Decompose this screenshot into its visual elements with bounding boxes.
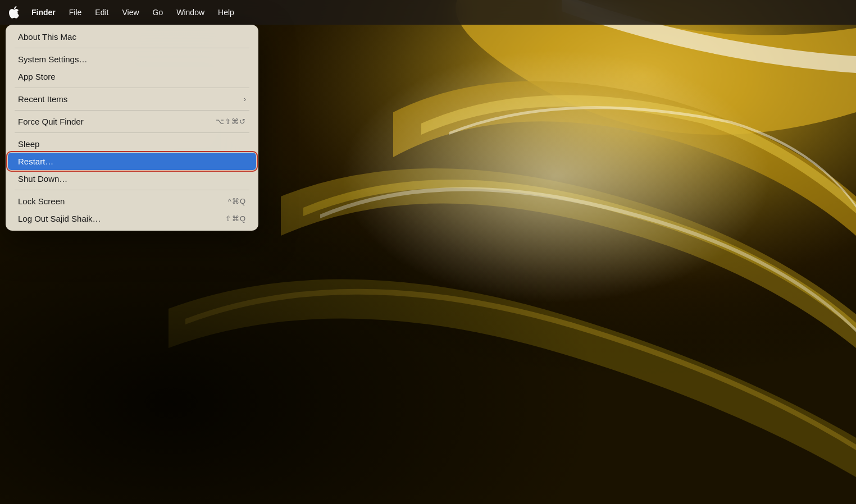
menu-item-restart-label: Restart… — [18, 157, 53, 166]
lock-screen-shortcut: ^⌘Q — [228, 197, 246, 205]
menu-item-recent-items-label: Recent Items — [18, 94, 67, 104]
menu-item-lock-screen[interactable]: Lock Screen ^⌘Q — [8, 193, 256, 210]
menu-item-shut-down-label: Shut Down… — [18, 174, 67, 184]
menu-item-sleep-label: Sleep — [18, 139, 39, 149]
menu-item-restart[interactable]: Restart… — [8, 153, 256, 170]
log-out-shortcut: ⇧⌘Q — [225, 214, 246, 223]
menubar: Finder File Edit View Go Window Help — [0, 0, 856, 25]
menubar-file[interactable]: File — [63, 6, 88, 19]
menu-item-about[interactable]: About This Mac — [8, 28, 256, 45]
menu-item-system-settings[interactable]: System Settings… — [8, 51, 256, 68]
menu-item-force-quit[interactable]: Force Quit Finder ⌥⇧⌘↺ — [8, 113, 256, 130]
menubar-window[interactable]: Window — [171, 6, 210, 19]
menu-item-system-settings-label: System Settings… — [18, 54, 87, 64]
separator-5 — [15, 190, 249, 190]
menubar-finder[interactable]: Finder — [26, 6, 61, 19]
menu-item-log-out-label: Log Out Sajid Shaik… — [18, 214, 101, 223]
separator-3 — [15, 110, 249, 111]
menu-item-about-label: About This Mac — [18, 32, 76, 42]
menubar-edit[interactable]: Edit — [89, 6, 114, 19]
separator-4 — [15, 132, 249, 133]
menu-item-force-quit-label: Force Quit Finder — [18, 117, 84, 126]
menu-item-log-out[interactable]: Log Out Sajid Shaik… ⇧⌘Q — [8, 210, 256, 227]
menu-item-app-store[interactable]: App Store — [8, 68, 256, 85]
menu-item-lock-screen-label: Lock Screen — [18, 196, 65, 206]
menu-item-app-store-label: App Store — [18, 72, 56, 81]
menubar-view[interactable]: View — [116, 6, 144, 19]
menu-item-recent-items[interactable]: Recent Items › — [8, 90, 256, 108]
force-quit-shortcut: ⌥⇧⌘↺ — [216, 117, 246, 126]
menubar-go[interactable]: Go — [147, 6, 169, 19]
menu-item-shut-down[interactable]: Shut Down… — [8, 170, 256, 187]
separator-1 — [15, 48, 249, 48]
menu-item-sleep[interactable]: Sleep — [8, 135, 256, 153]
apple-menu-button[interactable] — [4, 3, 24, 22]
separator-2 — [15, 88, 249, 88]
menubar-help[interactable]: Help — [212, 6, 240, 19]
apple-dropdown-menu: About This Mac System Settings… App Stor… — [6, 25, 258, 231]
recent-items-submenu-icon: › — [244, 95, 246, 103]
